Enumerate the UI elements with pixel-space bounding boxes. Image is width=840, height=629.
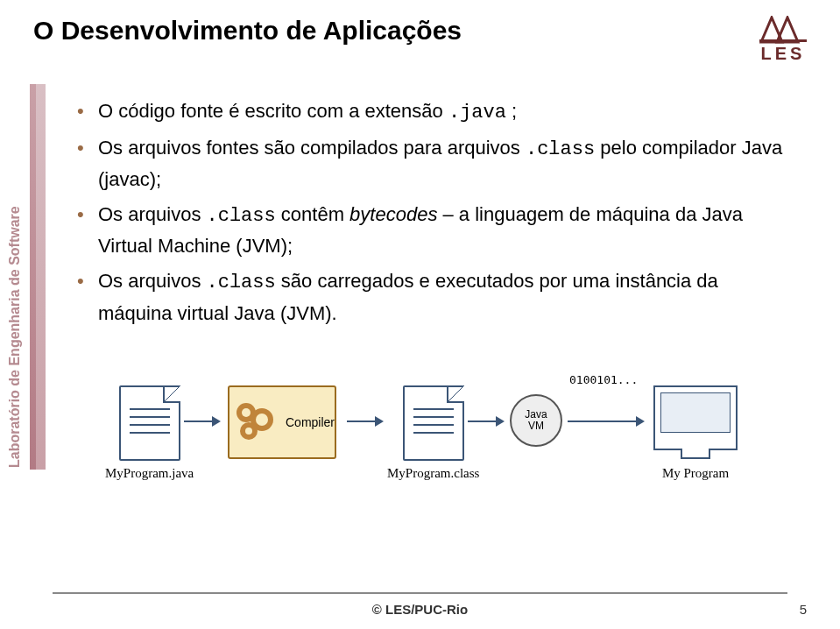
gears-icon bbox=[236, 403, 273, 442]
class-file-label: MyProgram.class bbox=[387, 466, 479, 481]
list-item: O código fonte é escrito com a extensão … bbox=[75, 96, 794, 128]
class-file-icon: MyProgram.class bbox=[387, 385, 479, 481]
list-item: Os arquivos fontes são compilados para a… bbox=[75, 133, 794, 194]
compiler-box: Compiler bbox=[228, 385, 336, 459]
slide-title: O Desenvolvimento de Aplicações bbox=[33, 16, 462, 46]
footer-divider bbox=[53, 592, 787, 594]
bullet-list: O código fonte é escrito com a extensão … bbox=[75, 96, 794, 334]
svg-rect-0 bbox=[759, 39, 807, 42]
jvm-icon: Java VM bbox=[510, 394, 562, 447]
output-label: My Program bbox=[653, 466, 738, 481]
bytecode-label: 0100101... bbox=[569, 371, 638, 387]
arrow-icon bbox=[184, 421, 219, 422]
compilation-diagram: MyProgram.java Compiler MyProgram.class … bbox=[105, 368, 771, 543]
output-monitor-icon: My Program bbox=[653, 385, 738, 481]
arrow-icon bbox=[468, 421, 503, 422]
source-file-label: MyProgram.java bbox=[105, 466, 194, 481]
logo: LES bbox=[759, 16, 807, 64]
logo-text: LES bbox=[759, 44, 807, 64]
list-item: Os arquivos .class contêm bytecodes – a … bbox=[75, 200, 794, 261]
page-number: 5 bbox=[800, 602, 807, 617]
arrow-icon bbox=[347, 421, 382, 422]
arrow-icon bbox=[568, 421, 643, 422]
sidebar-bar bbox=[30, 84, 49, 470]
footer-copyright: © LES/PUC-Rio bbox=[0, 602, 840, 617]
list-item: Os arquivos .class são carregados e exec… bbox=[75, 266, 794, 328]
source-file-icon: MyProgram.java bbox=[105, 385, 194, 481]
logo-icon bbox=[759, 16, 807, 44]
compiler-label: Compiler bbox=[286, 415, 335, 429]
sidebar-text: Laboratório de Engenharia de Software bbox=[7, 206, 23, 468]
